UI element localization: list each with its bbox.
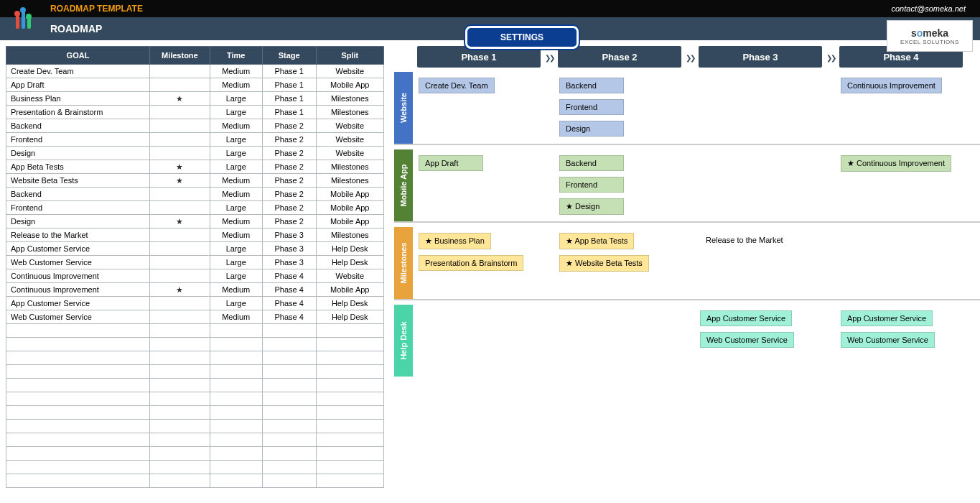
- chevron-icon: [541, 46, 558, 68]
- goals-table[interactable]: GOALMilestoneTimeStageSplit Create Dev. …: [6, 46, 384, 488]
- roadmap-card[interactable]: App Beta Tests: [559, 233, 634, 249]
- phase-header-3: Phase 3: [699, 46, 822, 68]
- table-row[interactable]: DesignLargePhase 2Website: [6, 147, 384, 160]
- table-row[interactable]: FrontendLargePhase 2Mobile App: [6, 201, 384, 215]
- roadmap-card[interactable]: Design: [559, 121, 624, 137]
- lane-milestones: MilestonesBusiness PlanPresentation & Br…: [394, 227, 980, 300]
- contact-email[interactable]: contact@someka.net: [892, 4, 966, 13]
- settings-button[interactable]: SETTINGS: [465, 26, 579, 49]
- roadmap-card[interactable]: Web Customer Service: [700, 332, 794, 348]
- table-row[interactable]: App DraftMediumPhase 1Mobile App: [6, 78, 384, 92]
- table-row[interactable]: [6, 433, 384, 447]
- roadmap-card[interactable]: App Draft: [419, 155, 483, 171]
- table-row[interactable]: Web Customer ServiceLargePhase 3Help Des…: [6, 256, 384, 269]
- phase-header-2: Phase 2: [558, 46, 681, 68]
- col-split: Split: [316, 47, 384, 65]
- table-row[interactable]: Continuous ImprovementLargePhase 4Websit…: [6, 269, 384, 283]
- phase-header-1: Phase 1: [417, 46, 541, 68]
- roadmap-card[interactable]: Frontend: [559, 177, 624, 193]
- table-row[interactable]: Web Customer ServiceMediumPhase 4Help De…: [6, 310, 384, 324]
- roadmap-card[interactable]: Continuous Improvement: [841, 155, 951, 172]
- table-row[interactable]: Continuous Improvement★MediumPhase 4Mobi…: [6, 283, 384, 297]
- chevron-icon: [822, 46, 839, 68]
- roadmap-card[interactable]: Website Beta Tests: [559, 255, 649, 272]
- roadmap-card[interactable]: Continuous Improvement: [841, 78, 942, 93]
- roadmap-card[interactable]: Create Dev. Team: [419, 78, 495, 93]
- page-title: ROADMAP: [50, 23, 102, 34]
- col-time: Time: [210, 47, 262, 65]
- app-logo: [14, 6, 43, 34]
- table-row[interactable]: [6, 406, 384, 420]
- table-row[interactable]: Website Beta Tests★MediumPhase 2Mileston…: [6, 174, 384, 188]
- table-row[interactable]: App Beta Tests★LargePhase 2Milestones: [6, 160, 384, 174]
- roadmap-card[interactable]: Business Plan: [419, 233, 491, 249]
- chevron-icon: [681, 46, 699, 68]
- lane-mobile-app: Mobile AppApp DraftBackendFrontendDesign…: [394, 149, 980, 223]
- table-row[interactable]: [6, 365, 384, 379]
- table-row[interactable]: [6, 461, 384, 474]
- col-milestone: Milestone: [150, 47, 210, 65]
- roadmap-card[interactable]: Web Customer Service: [841, 332, 935, 348]
- table-row[interactable]: BackendMediumPhase 2Mobile App: [6, 188, 384, 201]
- roadmap-card[interactable]: Presentation & Brainstorm: [419, 255, 523, 271]
- roadmap-card[interactable]: Design: [559, 198, 624, 215]
- table-row[interactable]: App Customer ServiceLargePhase 3Help Des…: [6, 242, 384, 256]
- table-row[interactable]: [6, 420, 384, 433]
- table-row[interactable]: Presentation & BrainstormLargePhase 1Mil…: [6, 106, 384, 119]
- lane-label: Mobile App: [394, 149, 413, 221]
- roadmap-card[interactable]: Backend: [559, 78, 624, 93]
- col-goal: GOAL: [6, 47, 150, 65]
- lane-help-desk: Help DeskApp Customer ServiceWeb Custome…: [394, 305, 980, 377]
- table-row[interactable]: Release to the MarketMediumPhase 3Milest…: [6, 229, 384, 242]
- table-row[interactable]: [6, 338, 384, 351]
- brand-logo: someka EXCEL SOLUTIONS: [887, 20, 973, 52]
- roadmap-panel: Phase 1Phase 2Phase 3Phase 4 WebsiteCrea…: [394, 46, 980, 488]
- table-row[interactable]: Design★MediumPhase 2Mobile App: [6, 215, 384, 229]
- table-row[interactable]: FrontendLargePhase 2Website: [6, 133, 384, 147]
- table-row[interactable]: [6, 392, 384, 406]
- roadmap-card[interactable]: Backend: [559, 155, 624, 171]
- table-row[interactable]: [6, 351, 384, 365]
- lane-label: Website: [394, 72, 413, 144]
- top-bar: ROADMAP TEMPLATE contact@someka.net: [0, 0, 980, 17]
- table-row[interactable]: [6, 379, 384, 392]
- lane-label: Milestones: [394, 227, 413, 299]
- table-row[interactable]: Create Dev. TeamMediumPhase 1Website: [6, 65, 384, 78]
- roadmap-card[interactable]: App Customer Service: [841, 310, 933, 326]
- lane-website: WebsiteCreate Dev. TeamBackendFrontendDe…: [394, 72, 980, 145]
- col-stage: Stage: [262, 47, 316, 65]
- roadmap-card[interactable]: Release to the Market: [700, 233, 789, 247]
- roadmap-card[interactable]: App Customer Service: [700, 310, 792, 326]
- table-row[interactable]: [6, 324, 384, 338]
- table-row[interactable]: [6, 474, 384, 488]
- sub-bar: ROADMAP Terms of Use SETTINGS someka EXC…: [0, 17, 980, 40]
- roadmap-card[interactable]: Frontend: [559, 99, 624, 115]
- table-row[interactable]: [6, 447, 384, 461]
- table-row[interactable]: Business Plan★LargePhase 1Milestones: [6, 92, 384, 106]
- table-row[interactable]: App Customer ServiceLargePhase 4Help Des…: [6, 297, 384, 310]
- table-row[interactable]: BackendMediumPhase 2Website: [6, 119, 384, 133]
- template-name: ROADMAP TEMPLATE: [50, 4, 143, 14]
- lane-label: Help Desk: [394, 305, 413, 377]
